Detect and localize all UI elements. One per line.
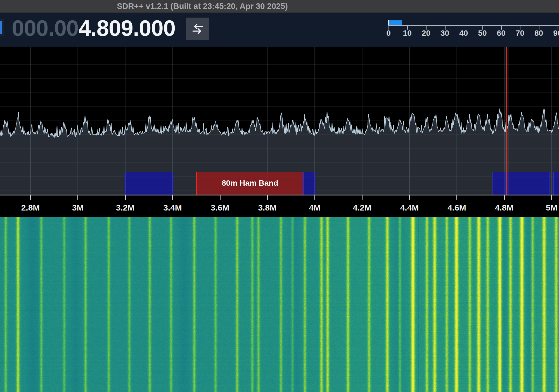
snr-level-bar — [389, 20, 402, 25]
snr-meter-tick-label: 40 — [459, 29, 468, 38]
frequency-axis-tick — [314, 195, 315, 200]
broadcast-band-annotation — [303, 172, 315, 195]
tuning-cursor[interactable] — [506, 47, 507, 195]
frequency-axis-tick-label: 4M — [309, 203, 321, 212]
frequency-axis-tick-label: 4.8M — [495, 203, 514, 212]
frequency-axis-tick-label: 3M — [72, 203, 84, 212]
top-toolbar: 000.004.809.000 0102030405060708090 — [0, 13, 559, 47]
snr-meter-tick-label: 60 — [497, 29, 506, 38]
frequency-axis-tick — [77, 195, 78, 200]
frequency-axis[interactable]: 2.8M3M3.2M3.4M3.6M3.8M4M4.2M4.4M4.6M4.8M… — [0, 195, 559, 217]
frequency-axis-tick-label: 3.4M — [163, 203, 182, 212]
snr-meter-scale-line — [388, 25, 559, 26]
frequency-axis-tick — [30, 195, 31, 200]
window-title: SDR++ v1.2.1 (Built at 23:45:20, Apr 30 … — [117, 0, 288, 13]
frequency-axis-tick — [504, 195, 505, 200]
frequency-axis-tick-label: 4.2M — [353, 203, 371, 212]
broadcast-band-annotation — [125, 172, 173, 195]
frequency-axis-tick-label: 3.8M — [258, 203, 277, 212]
snr-meter-tick-label: 20 — [422, 29, 430, 38]
band-label: 80m Ham Band — [222, 179, 278, 188]
snr-meter-tick-label: 0 — [386, 29, 391, 38]
frequency-axis-tick-label: 3.2M — [116, 203, 135, 212]
frequency-axis-tick-label: 4.4M — [400, 203, 419, 212]
frequency-axis-tick — [267, 195, 268, 200]
snr-meter-tick-label: 30 — [440, 29, 449, 38]
snr-meter-tick-label: 90 — [553, 29, 559, 38]
waterfall-canvas[interactable] — [0, 217, 559, 392]
window-titlebar: SDR++ v1.2.1 (Built at 23:45:20, Apr 30 … — [0, 0, 559, 13]
snr-meter-tick-label: 70 — [516, 29, 524, 38]
spectrum-panel[interactable]: 80m Ham Band — [0, 47, 559, 195]
frequency-axis-tick-label: 4.6M — [447, 203, 466, 212]
snr-meter-tick-label: 10 — [403, 29, 412, 38]
broadcast-band-annotation — [492, 172, 551, 195]
amateur-band-annotation: 80m Ham Band — [196, 172, 303, 195]
frequency-axis-tick — [456, 195, 457, 200]
frequency-axis-tick — [220, 195, 221, 200]
frequency-axis-tick — [362, 195, 363, 200]
frequency-axis-tick — [409, 195, 410, 200]
frequency-axis-tick-label: 5M — [546, 203, 558, 212]
broadcast-band-annotation — [553, 172, 559, 195]
frequency-axis-tick-label: 2.8M — [21, 203, 40, 212]
snr-meter: 0102030405060708090 — [0, 13, 559, 47]
frequency-axis-line — [0, 195, 559, 195]
frequency-axis-tick — [551, 195, 552, 200]
snr-meter-tick-label: 50 — [478, 29, 487, 38]
frequency-axis-tick — [125, 195, 126, 200]
frequency-axis-tick-label: 3.6M — [211, 203, 229, 212]
snr-meter-tick-label: 80 — [534, 29, 543, 38]
frequency-axis-tick — [172, 195, 173, 200]
